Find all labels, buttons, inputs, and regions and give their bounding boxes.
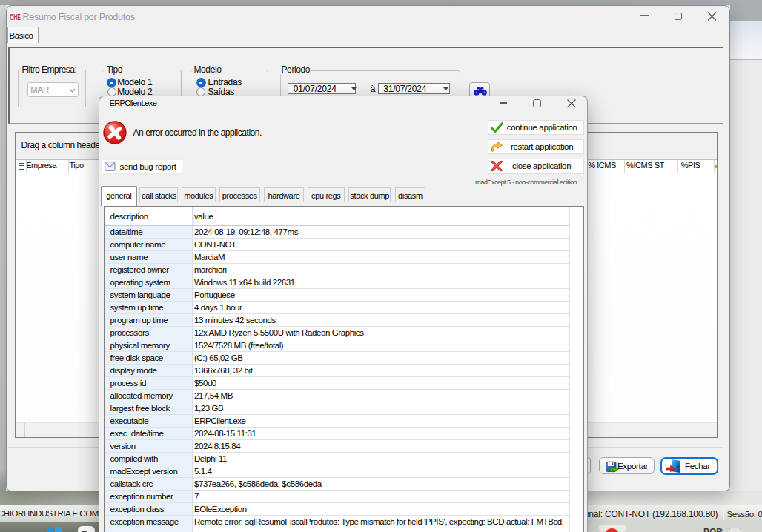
svg-text:CHE: CHE: [10, 13, 21, 21]
